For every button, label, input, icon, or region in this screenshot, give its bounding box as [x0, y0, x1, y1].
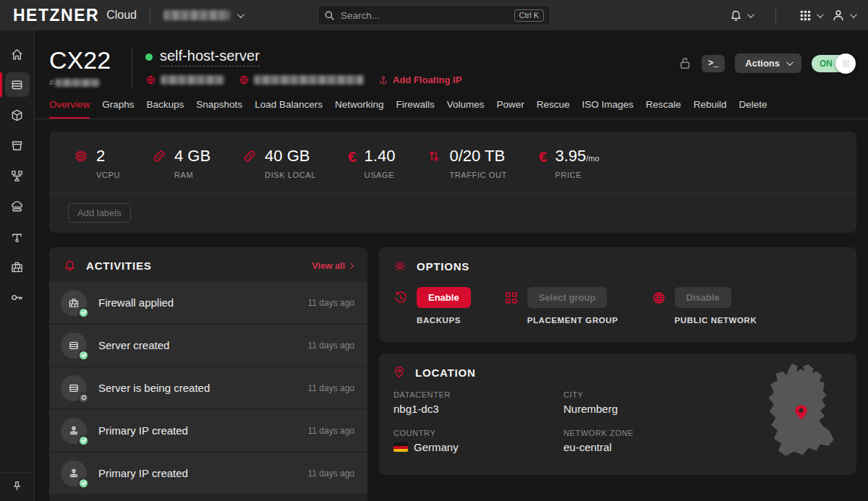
tab-backups[interactable]: Backups [147, 99, 184, 119]
stat-label: USAGE [365, 171, 396, 179]
servers-icon [5, 72, 30, 97]
stat-value: 40 GB [265, 147, 310, 165]
add-labels-button[interactable]: Add labels [68, 203, 131, 223]
add-floating-ip-link[interactable]: Add Floating IP [378, 74, 461, 85]
tab-iso-images[interactable]: ISO Images [582, 99, 634, 119]
activities-panel: ACTIVITIES View all [49, 247, 367, 501]
view-all-link[interactable]: View all [312, 261, 353, 271]
activity-row[interactable]: Primary IP created 11 days ago [49, 453, 367, 494]
activity-row[interactable]: Server is being created 11 days ago [49, 367, 367, 408]
sidebar-pin-toggle[interactable] [0, 472, 35, 501]
ipv6-item[interactable] [239, 74, 364, 85]
location-field-city: CITY Nuremberg [563, 390, 733, 415]
map-pin-icon [393, 366, 405, 379]
bell-icon [730, 9, 742, 22]
sidebar-item-servers[interactable] [0, 69, 35, 100]
tab-rebuild[interactable]: Rebuild [694, 99, 727, 119]
power-toggle[interactable]: ON [812, 55, 854, 72]
ipv4-item[interactable] [145, 74, 224, 85]
sidebar-item-storage[interactable] [0, 130, 35, 160]
activity-row[interactable]: Firewall applied 11 days ago [49, 282, 367, 323]
power-state-label: ON [820, 59, 833, 69]
pin-icon [11, 480, 23, 492]
germany-flag-icon [393, 442, 408, 452]
tab-firewalls[interactable]: Firewalls [396, 99, 434, 119]
activity-row[interactable]: Server created 11 days ago [49, 325, 367, 366]
sidebar-item-images[interactable] [0, 100, 35, 130]
stat-label: DISK LOCAL [265, 171, 316, 179]
sidebar-item-load-balancers[interactable] [0, 160, 35, 191]
activity-row[interactable]: Primary IP created 11 days ago [49, 410, 367, 451]
field-label: DATACENTER [393, 390, 563, 399]
sidebar-item-firewalls[interactable] [0, 252, 35, 282]
history-icon [393, 291, 408, 305]
stat-value: 3.95 [555, 147, 586, 165]
activity-title: Primary IP created [98, 424, 188, 437]
network-icon [5, 224, 30, 249]
activity-title: Server created [98, 339, 169, 351]
stat-value: 1.40 [365, 147, 396, 165]
select-placement-group-button[interactable]: Select group [527, 287, 608, 308]
chevron-down-icon [817, 11, 824, 18]
activity-avatar [61, 333, 87, 359]
success-check-icon [78, 350, 89, 361]
hetzner-logo: HETZNER [13, 6, 99, 25]
tab-overview[interactable]: Overview [49, 99, 90, 119]
stat-vcpu: 2 VCPU [74, 147, 120, 179]
sidebar-item-networks[interactable] [0, 221, 35, 252]
activity-avatar [61, 290, 87, 316]
lock-button[interactable] [678, 56, 692, 71]
activity-avatar [61, 375, 87, 401]
topbar-divider [775, 7, 776, 24]
tab-delete[interactable]: Delete [739, 99, 767, 119]
location-field-datacenter: DATACENTER nbg1-dc3 [393, 390, 563, 415]
globe-icon [145, 74, 156, 85]
success-check-icon [78, 307, 89, 318]
option-public-network: Disable PUBLIC NETWORK [652, 287, 757, 325]
placement-group-icon [504, 291, 519, 305]
server-header: CX22 # self-host-server [35, 30, 868, 87]
sidebar-item-floating-ips[interactable] [0, 191, 35, 221]
ram-icon [152, 147, 166, 163]
sidebar-item-security[interactable] [0, 282, 35, 312]
console-button[interactable]: >_ [702, 55, 725, 72]
tab-rescale[interactable]: Rescale [646, 99, 681, 119]
topbar-divider [150, 7, 150, 24]
notifications-menu[interactable] [730, 9, 752, 22]
tab-networking[interactable]: Networking [335, 99, 384, 119]
main-content: CX22 # self-host-server [35, 30, 868, 501]
enable-backups-button[interactable]: Enable [417, 287, 471, 308]
tab-power[interactable]: Power [497, 99, 524, 119]
gear-icon [393, 260, 407, 273]
options-title: OPTIONS [417, 260, 469, 273]
tab-graphs[interactable]: Graphs [102, 99, 134, 119]
tab-load-balancers[interactable]: Load Balancers [255, 99, 323, 119]
search-shortcut-badge: Ctrl K [514, 9, 545, 22]
disable-public-network-button[interactable]: Disable [675, 287, 731, 308]
account-menu[interactable] [832, 9, 855, 22]
field-value: Nuremberg [563, 403, 733, 415]
power-toggle-handle[interactable] [835, 53, 856, 74]
server-name[interactable]: self-host-server [160, 48, 260, 67]
activity-title: Firewall applied [98, 296, 174, 309]
location-panel: LOCATION DATACENTER nbg1-dc3 CITY Nuremb… [379, 354, 856, 475]
tab-rescue[interactable]: Rescue [537, 99, 570, 119]
germany-map [741, 361, 851, 468]
sidebar-item-home[interactable] [0, 39, 35, 69]
chevron-down-icon [786, 59, 793, 66]
apps-menu[interactable] [799, 9, 822, 22]
project-selector[interactable] [163, 10, 242, 20]
floating-ip-anchor-icon [378, 75, 388, 85]
search-bar[interactable]: Ctrl K [318, 5, 550, 25]
location-field-network-zone: NETWORK ZONE eu-central [563, 429, 733, 453]
search-input[interactable] [341, 10, 509, 21]
stat-price: € 3.95/mo PRICE [539, 147, 600, 179]
tab-snapshots[interactable]: Snapshots [196, 99, 242, 119]
tab-volumes[interactable]: Volumes [447, 99, 485, 119]
chevron-down-icon [237, 11, 244, 18]
server-id-prefix: # [49, 78, 54, 87]
home-icon [5, 42, 30, 67]
chevron-down-icon [850, 11, 857, 18]
server-name-row: self-host-server [145, 48, 461, 67]
actions-button[interactable]: Actions [735, 53, 801, 73]
